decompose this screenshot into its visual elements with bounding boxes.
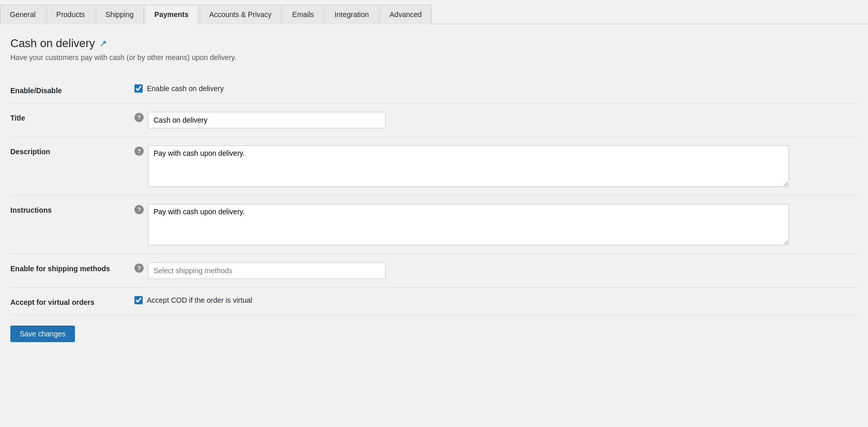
page-subtitle: Have your customers pay with cash (or by… xyxy=(10,53,858,62)
description-label: Description xyxy=(10,145,134,156)
save-section: Save changes xyxy=(10,315,858,342)
virtual-orders-checkbox-row: Accept COD if the order is virtual xyxy=(134,296,252,304)
tab-payments[interactable]: Payments xyxy=(145,5,199,24)
shipping-methods-help-icon[interactable]: ? xyxy=(134,263,144,273)
save-button[interactable]: Save changes xyxy=(10,326,75,342)
tabs-nav: General Products Shipping Payments Accou… xyxy=(0,4,868,24)
description-input-wrapper: ? Pay with cash upon delivery. xyxy=(134,145,858,187)
virtual-orders-checkbox-label[interactable]: Accept COD if the order is virtual xyxy=(147,296,252,304)
title-label: Title xyxy=(10,112,134,122)
page-title-link[interactable]: ↗ xyxy=(99,38,107,49)
tab-shipping[interactable]: Shipping xyxy=(96,5,144,24)
shipping-methods-input[interactable] xyxy=(148,262,386,279)
virtual-orders-input-wrapper: Accept COD if the order is virtual xyxy=(134,296,858,304)
virtual-orders-checkbox[interactable] xyxy=(134,296,143,304)
instructions-row: Instructions ? Pay with cash upon delive… xyxy=(10,196,858,254)
tab-advanced[interactable]: Advanced xyxy=(380,5,432,24)
instructions-textarea[interactable]: Pay with cash upon delivery. xyxy=(148,204,789,245)
virtual-orders-label: Accept for virtual orders xyxy=(10,296,134,306)
title-input-wrapper: ? xyxy=(134,112,858,128)
enable-checkbox-row: Enable cash on delivery xyxy=(134,84,224,93)
title-row: Title ? xyxy=(10,104,858,137)
top-bar xyxy=(0,0,868,4)
tab-products[interactable]: Products xyxy=(47,5,95,24)
instructions-help-icon[interactable]: ? xyxy=(134,205,144,214)
enable-disable-label: Enable/Disable xyxy=(10,84,134,95)
shipping-methods-input-wrapper: ? xyxy=(134,262,858,279)
shipping-methods-label: Enable for shipping methods xyxy=(10,262,134,273)
enable-checkbox-label[interactable]: Enable cash on delivery xyxy=(147,84,224,93)
virtual-orders-row: Accept for virtual orders Accept COD if … xyxy=(10,288,858,315)
instructions-input-wrapper: ? Pay with cash upon delivery. xyxy=(134,204,858,245)
instructions-label: Instructions xyxy=(10,204,134,214)
tab-accounts-privacy[interactable]: Accounts & Privacy xyxy=(200,5,282,24)
enable-checkbox[interactable] xyxy=(134,84,143,93)
shipping-methods-row: Enable for shipping methods ? xyxy=(10,254,858,288)
enable-disable-input: Enable cash on delivery xyxy=(134,84,858,93)
main-content: Cash on delivery ↗ Have your customers p… xyxy=(0,24,868,413)
tab-general[interactable]: General xyxy=(0,5,45,24)
description-row: Description ? Pay with cash upon deliver… xyxy=(10,137,858,196)
title-input[interactable] xyxy=(148,112,386,128)
description-textarea[interactable]: Pay with cash upon delivery. xyxy=(148,145,789,187)
tab-emails[interactable]: Emails xyxy=(282,5,324,24)
title-help-icon[interactable]: ? xyxy=(134,113,144,122)
page-title: Cash on delivery ↗ xyxy=(10,37,858,50)
tab-integration[interactable]: Integration xyxy=(325,5,378,24)
enable-disable-row: Enable/Disable Enable cash on delivery xyxy=(10,76,858,104)
description-help-icon[interactable]: ? xyxy=(134,146,144,156)
